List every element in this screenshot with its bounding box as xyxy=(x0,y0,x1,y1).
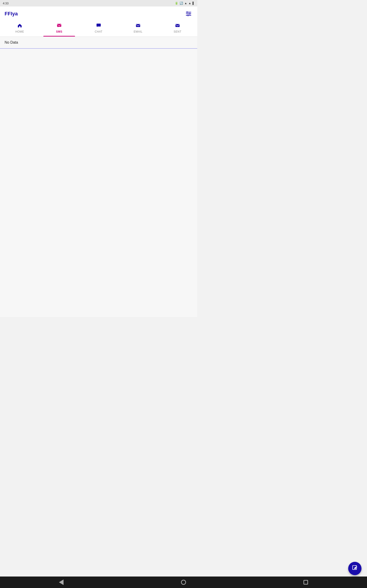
svg-rect-9 xyxy=(136,24,140,27)
svg-rect-10 xyxy=(175,24,180,27)
tab-bar: HOME SMS CHAT xyxy=(0,21,197,37)
signal-icon: ▲ xyxy=(189,2,191,5)
tab-chat[interactable]: CHAT xyxy=(79,21,118,36)
app-bar: FFIya xyxy=(0,6,197,21)
content-area: No Data xyxy=(0,37,197,317)
status-time: 4:33 xyxy=(3,2,8,5)
chat-icon xyxy=(96,23,101,29)
svg-point-4 xyxy=(189,13,190,15)
svg-point-3 xyxy=(187,12,188,13)
wifi-icon: ▲ xyxy=(184,2,187,5)
filter-icon xyxy=(185,10,192,17)
filter-button[interactable] xyxy=(184,10,193,18)
tab-sent[interactable]: SENT xyxy=(158,21,197,36)
battery-icon: 🔋 xyxy=(175,2,178,5)
svg-rect-6 xyxy=(57,24,61,27)
status-icons: 🔋 🔄 ▲ ▲ ▌ xyxy=(175,2,194,5)
tab-home[interactable]: HOME xyxy=(0,21,40,36)
status-bar: 4:33 🔋 🔄 ▲ ▲ ▌ xyxy=(0,0,197,6)
divider xyxy=(0,48,197,49)
tab-chat-label: CHAT xyxy=(95,30,102,33)
no-data-label: No Data xyxy=(0,37,197,48)
sms-icon xyxy=(57,23,62,29)
tab-sms[interactable]: SMS xyxy=(40,21,79,36)
tab-sent-label: SENT xyxy=(174,30,181,33)
svg-point-5 xyxy=(187,15,189,16)
app-title: FFIya xyxy=(5,11,18,17)
tab-email[interactable]: EMAIL xyxy=(118,21,158,36)
home-icon xyxy=(17,23,22,29)
sync-icon: 🔄 xyxy=(180,2,183,5)
tab-home-label: HOME xyxy=(15,30,24,33)
email-icon xyxy=(135,23,141,29)
tab-email-label: EMAIL xyxy=(134,30,143,33)
tab-sms-label: SMS xyxy=(56,30,62,33)
signal-bar-icon: ▌ xyxy=(192,2,194,5)
sent-icon xyxy=(175,23,180,29)
